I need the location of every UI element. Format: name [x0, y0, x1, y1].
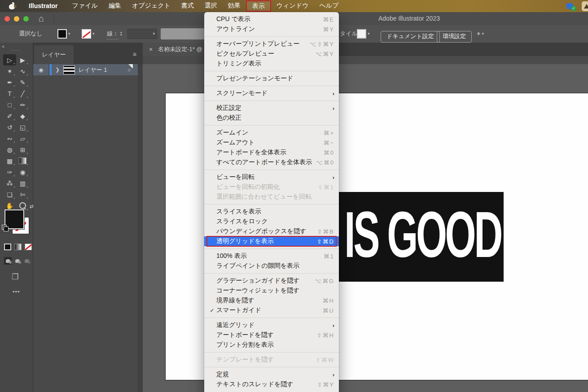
- shape-builder-tool[interactable]: ◍: [3, 144, 16, 155]
- menu-item-スライスを表示[interactable]: スライスを表示: [204, 207, 339, 217]
- menubar-item-表示[interactable]: 表示: [246, 0, 271, 12]
- selection-options-icon[interactable]: ⌖▾: [477, 25, 484, 42]
- selection-tool[interactable]: ▷: [3, 54, 16, 65]
- menubar-item-オブジェクト[interactable]: オブジェクト: [127, 0, 176, 11]
- puppet-warp-tool[interactable]: ∾: [3, 133, 16, 144]
- menu-item-校正設定[interactable]: 校正設定›: [204, 103, 339, 113]
- symbol-sprayer-tool[interactable]: ⁂: [3, 178, 16, 189]
- menu-item-ライブペイントの隙間を表示[interactable]: ライブペイントの隙間を表示: [204, 261, 339, 271]
- menu-item-アウトライン[interactable]: アウトライン⌘Y: [204, 24, 339, 34]
- menu-item-スマートガイド[interactable]: ✓スマートガイド⌘U: [204, 305, 339, 315]
- mesh-tool[interactable]: ▦: [3, 155, 16, 166]
- menu-item-境界線を隠す[interactable]: 境界線を隠す⌘H: [204, 296, 339, 305]
- menubar-item-illustrator[interactable]: Illustrator: [23, 1, 63, 11]
- minimize-window-button[interactable]: [14, 16, 19, 22]
- menu-item-100% 表示[interactable]: 100% 表示⌘1: [204, 251, 339, 261]
- panel-grip[interactable]: ••••••••: [11, 49, 22, 52]
- menu-item-透明グリッドを表示[interactable]: 透明グリッドを表示⇧⌘D: [204, 236, 339, 246]
- menu-item-ズームイン[interactable]: ズームイン⌘+: [204, 128, 339, 138]
- black-banner-artwork[interactable]: IS GOOD: [338, 192, 504, 282]
- menu-item-定規[interactable]: 定規›: [204, 370, 339, 379]
- style-swatch[interactable]: ▾: [357, 25, 370, 42]
- none-button[interactable]: [25, 244, 32, 250]
- menu-item-スライスをロック[interactable]: スライスをロック: [204, 217, 339, 226]
- stroke-weight-dropdown[interactable]: ▾: [127, 25, 157, 42]
- color-button[interactable]: [4, 244, 11, 250]
- menubar-item-編集[interactable]: 編集: [103, 0, 127, 11]
- scale-tool[interactable]: ◱: [16, 122, 29, 133]
- menu-item-アートボードを隠す[interactable]: アートボードを隠す⇧⌘H: [204, 330, 339, 340]
- layers-scrollbar[interactable]: [138, 64, 143, 392]
- apple-logo-icon[interactable]: [9, 3, 15, 9]
- menu-item-ビューを回転[interactable]: ビューを回転›: [204, 172, 339, 182]
- free-transform-tool[interactable]: ▱: [16, 133, 29, 144]
- menubar-item-書式[interactable]: 書式: [176, 0, 199, 11]
- edit-toolbar-button[interactable]: •••: [13, 288, 20, 295]
- eyedropper-tool[interactable]: ✑: [3, 166, 16, 178]
- menu-item-スクリーンモード[interactable]: スクリーンモード›: [204, 88, 339, 98]
- pen-tool[interactable]: ✒: [3, 77, 16, 88]
- draw-normal-button[interactable]: [4, 257, 12, 265]
- home-icon[interactable]: ⌂: [39, 13, 44, 24]
- brush-definition-field[interactable]: [161, 25, 204, 42]
- layer-row[interactable]: ◉ ❯ レイヤー 1 ○: [33, 64, 138, 75]
- layer-thumbnail[interactable]: [63, 65, 75, 74]
- menu-item-トリミング表示[interactable]: トリミング表示: [204, 59, 339, 69]
- menu-item-バウンディングボックスを隠す[interactable]: バウンディングボックスを隠す⇧⌘B: [204, 226, 339, 236]
- preferences-button[interactable]: 環境設定: [437, 31, 472, 43]
- close-tab-icon[interactable]: ×: [149, 46, 153, 53]
- panel-menu-icon[interactable]: ≡: [133, 51, 136, 58]
- menu-item-プリント分割を表示[interactable]: プリント分割を表示: [204, 340, 339, 350]
- gradient-button[interactable]: [14, 244, 22, 250]
- menubar-item-ヘルプ[interactable]: ヘルプ: [314, 0, 344, 11]
- menubar-item-ファイル[interactable]: ファイル: [67, 0, 103, 11]
- direct-selection-tool[interactable]: ▶: [16, 54, 29, 65]
- menu-item-アートボードを全体表示[interactable]: アートボードを全体表示⌘0: [204, 148, 339, 157]
- curvature-tool[interactable]: ✎: [16, 77, 29, 88]
- perspective-grid-tool[interactable]: ⊞: [16, 144, 29, 155]
- eraser-tool[interactable]: ◆: [16, 110, 29, 122]
- gradient-tool[interactable]: [16, 155, 29, 166]
- slice-tool[interactable]: ✄: [16, 189, 29, 200]
- menu-item-テキストのスレッドを隠す[interactable]: テキストのスレッドを隠す⇧⌘Y: [204, 379, 339, 389]
- disclosure-chevron-icon[interactable]: ❯: [55, 67, 59, 73]
- menu-item-ズームアウト[interactable]: ズームアウト⌘−: [204, 138, 339, 148]
- notification-icon[interactable]: [582, 1, 588, 11]
- menu-item-遠近グリッド[interactable]: 遠近グリッド›: [204, 320, 339, 330]
- type-tool[interactable]: T: [3, 88, 16, 99]
- rotate-tool[interactable]: ↺: [3, 122, 16, 133]
- stroke-weight-stepper[interactable]: ▴▾: [120, 25, 123, 42]
- blend-tool[interactable]: ◉: [16, 166, 29, 178]
- shaper-tool[interactable]: ✐: [3, 110, 16, 122]
- paintbrush-tool[interactable]: ✏: [16, 99, 29, 110]
- fill-color-swatch[interactable]: ▾: [57, 25, 70, 42]
- zoom-window-button[interactable]: [23, 16, 29, 22]
- cloud-sync-icon[interactable]: ✓: [566, 3, 574, 9]
- close-window-button[interactable]: [4, 16, 10, 22]
- menu-item-すべてのアートボードを全体表示[interactable]: すべてのアートボードを全体表示⌥⌘0: [204, 157, 339, 167]
- draw-inside-button[interactable]: [23, 257, 31, 265]
- screen-mode-button[interactable]: ❐: [12, 272, 18, 282]
- line-segment-tool[interactable]: ╱: [16, 88, 29, 99]
- menu-item-プレゼンテーションモード[interactable]: プレゼンテーションモード: [204, 74, 339, 83]
- stroke-color-swatch[interactable]: ▾: [82, 25, 95, 42]
- menu-item-色の校正[interactable]: 色の校正: [204, 113, 339, 123]
- layers-tab[interactable]: レイヤー: [34, 45, 74, 64]
- menu-item-オーバープリントプレビュー[interactable]: オーバープリントプレビュー⌥⇧⌘Y: [204, 39, 339, 49]
- menubar-item-選択[interactable]: 選択: [199, 0, 223, 11]
- draw-behind-button[interactable]: [13, 257, 21, 265]
- column-graph-tool[interactable]: ▥: [16, 178, 29, 189]
- rectangle-tool[interactable]: □: [3, 99, 16, 110]
- visibility-eye-icon[interactable]: ◉: [39, 67, 43, 73]
- menu-item-グラデーションガイドを隠す[interactable]: グラデーションガイドを隠す⌥⌘G: [204, 276, 339, 286]
- menu-item-コーナーウィジェットを隠す[interactable]: コーナーウィジェットを隠す: [204, 286, 339, 296]
- layer-name[interactable]: レイヤー 1: [79, 66, 107, 74]
- artboard-tool[interactable]: ❏: [3, 189, 16, 200]
- menubar-item-効果[interactable]: 効果: [223, 0, 246, 11]
- collapse-panel-icon[interactable]: «: [2, 44, 4, 49]
- menubar-item-ウィンドウ[interactable]: ウィンドウ: [271, 0, 314, 11]
- menu-item-ピクセルプレビュー[interactable]: ピクセルプレビュー⌥⌘Y: [204, 49, 339, 59]
- magic-wand-tool[interactable]: ✶: [3, 65, 16, 77]
- document-setup-button[interactable]: ドキュメント設定: [381, 31, 440, 43]
- lasso-tool[interactable]: ∿: [16, 65, 29, 77]
